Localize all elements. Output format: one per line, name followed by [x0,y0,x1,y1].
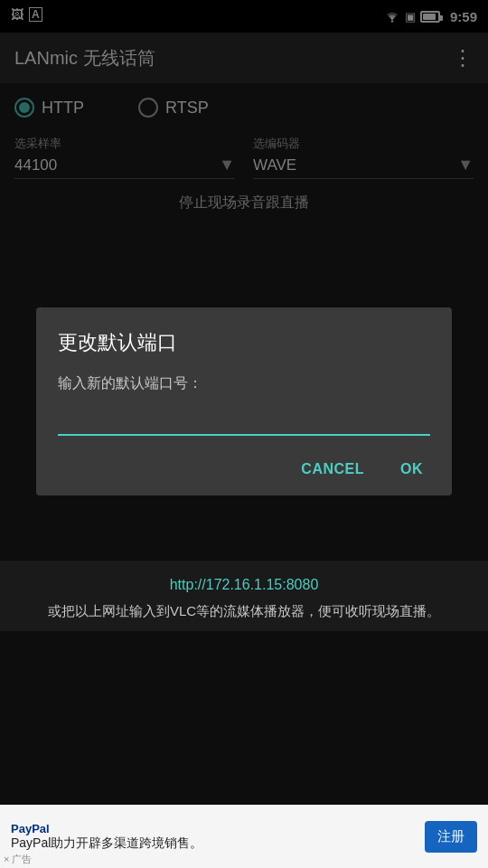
dialog-subtitle: 输入新的默认端口号： [58,374,430,393]
background-content: http://172.16.1.15:8080 或把以上网址输入到VLC等的流媒… [0,561,488,631]
ad-content: PayPal PayPal助力开辟多渠道跨境销售。 [11,822,416,852]
stream-url: http://172.16.1.15:8080 [9,577,479,593]
ad-close-button[interactable]: × 广告 [0,851,35,868]
ad-brand: PayPal [11,822,416,835]
dialog-overlay: 更改默认端口 输入新的默认端口号： CANCEL OK [0,0,488,868]
description-text: 或把以上网址输入到VLC等的流媒体播放器，便可收听现场直播。 [9,600,479,622]
ad-text: PayPal助力开辟多渠道跨境销售。 [11,835,416,852]
ok-button[interactable]: OK [393,458,430,481]
ad-register-button[interactable]: 注册 [425,821,477,853]
change-port-dialog: 更改默认端口 输入新的默认端口号： CANCEL OK [36,307,452,495]
ad-banner: PayPal PayPal助力开辟多渠道跨境销售。 注册 × 广告 [0,805,488,868]
port-input[interactable] [58,404,430,436]
dialog-title: 更改默认端口 [58,329,430,356]
cancel-button[interactable]: CANCEL [294,458,371,481]
dialog-buttons: CANCEL OK [58,458,430,481]
